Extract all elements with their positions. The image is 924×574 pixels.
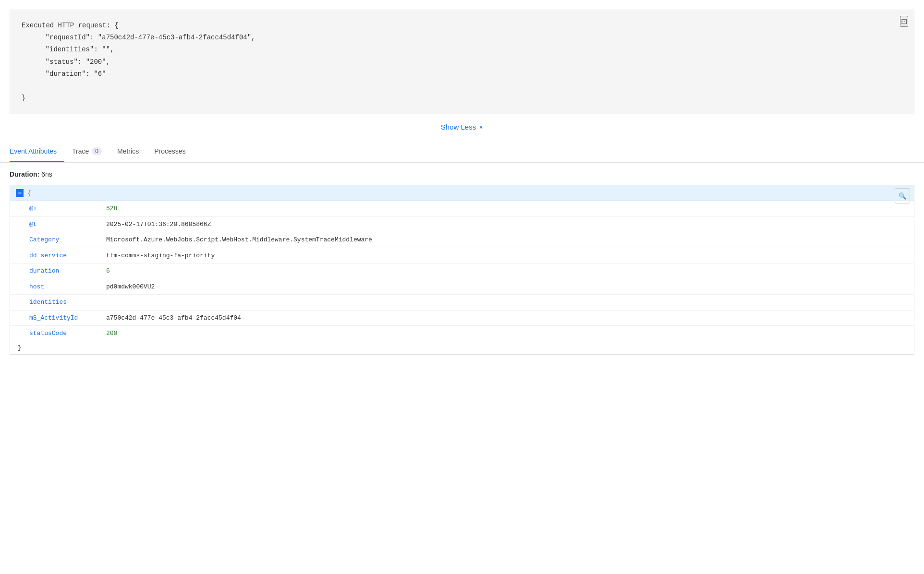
http-value-identities: "", — [102, 46, 114, 53]
tab-trace-label: Trace — [72, 147, 89, 155]
json-value-duration: 6 — [106, 266, 110, 276]
json-value-category: Microsoft.Azure.WebJobs.Script.WebHost.M… — [106, 235, 372, 245]
json-key-ms-activityid: mS_ActivityId — [29, 313, 106, 323]
json-key-duration: duration — [29, 266, 106, 276]
json-key-host: host — [29, 282, 106, 292]
show-less-container: Show Less ∧ — [0, 114, 924, 143]
http-block: Executed HTTP request: { "requestId": "a… — [10, 10, 914, 114]
tab-processes[interactable]: Processes — [146, 143, 193, 162]
http-value-status: "200", — [86, 58, 110, 66]
http-title-suffix: { — [110, 22, 119, 29]
http-line-status: "status": "200", — [22, 56, 902, 68]
http-line-duration: "duration": "6" — [22, 68, 902, 80]
collapse-button[interactable]: − — [16, 189, 24, 197]
json-value-dd-service: ttm-comms-staging-fa-priority — [106, 251, 215, 261]
json-tree-container: − { 🔍 @i 528 @t 2025-02-17T01:36:20.8605… — [10, 185, 914, 355]
tab-metrics-label: Metrics — [117, 147, 139, 155]
tab-event-attributes-label: Event Attributes — [10, 147, 57, 155]
json-row-duration: duration 6 — [10, 263, 914, 279]
json-row-i: @i 528 — [10, 201, 914, 217]
json-rows: @i 528 @t 2025-02-17T01:36:20.8605866Z C… — [10, 201, 914, 341]
json-key-identities: identities — [29, 298, 106, 307]
http-title-keyword: request: — [78, 22, 110, 29]
page-container: Executed HTTP request: { "requestId": "a… — [0, 0, 924, 574]
json-key-i: @i — [29, 204, 106, 214]
json-root-row: − { — [10, 185, 914, 201]
show-less-button[interactable]: Show Less ∧ — [441, 123, 483, 131]
open-brace: { — [27, 190, 31, 197]
search-icon: 🔍 — [899, 192, 907, 200]
tab-metrics[interactable]: Metrics — [109, 143, 146, 162]
http-value-duration: "6" — [94, 70, 106, 78]
json-closing-brace: } — [10, 341, 914, 354]
http-key-duration: "duration": — [22, 70, 94, 78]
json-row-identities: identities — [10, 295, 914, 311]
chevron-up-icon: ∧ — [479, 124, 483, 131]
json-value-i: 528 — [106, 204, 117, 214]
http-line-requestid: "requestId": "a750c42d-477e-45c3-afb4-2f… — [22, 32, 902, 44]
http-line-identities: "identities": "", — [22, 44, 902, 56]
json-row-ms-activityid: mS_ActivityId a750c42d-477e-45c3-afb4-2f… — [10, 311, 914, 326]
tab-trace-badge: 0 — [92, 147, 102, 155]
json-row-host: host pd0mdwk000VU2 — [10, 279, 914, 295]
json-key-dd-service: dd_service — [29, 251, 106, 261]
duration-row: Duration: 6ns — [0, 163, 924, 185]
json-key-t: @t — [29, 220, 106, 229]
json-value-statuscode: 200 — [106, 329, 117, 338]
copy-button[interactable]: ⊡ — [900, 16, 908, 27]
http-title-line: Executed HTTP request: { — [22, 20, 902, 32]
json-value-host: pd0mdwk000VU2 — [106, 282, 155, 292]
json-value-t: 2025-02-17T01:36:20.8605866Z — [106, 220, 211, 229]
json-value-ms-activityid: a750c42d-477e-45c3-afb4-2facc45d4f04 — [106, 313, 241, 323]
tabs-container: Event Attributes Trace 0 Metrics Process… — [0, 143, 924, 163]
http-title-plain: Executed HTTP — [22, 22, 78, 29]
json-row-category: Category Microsoft.Azure.WebJobs.Script.… — [10, 232, 914, 248]
http-value-requestid: "a750c42d-477e-45c3-afb4-2facc45d4f04", — [98, 34, 255, 41]
duration-label: Duration: — [10, 170, 39, 178]
json-row-statuscode: statusCode 200 — [10, 326, 914, 341]
json-row-dd-service: dd_service ttm-comms-staging-fa-priority — [10, 248, 914, 264]
json-key-statuscode: statusCode — [29, 329, 106, 338]
search-button[interactable]: 🔍 — [895, 188, 910, 203]
tab-event-attributes[interactable]: Event Attributes — [10, 143, 64, 162]
json-key-category: Category — [29, 235, 106, 245]
tab-trace[interactable]: Trace 0 — [64, 143, 109, 162]
http-closing-brace: } — [22, 92, 902, 104]
duration-value: 6ns — [41, 170, 52, 178]
http-key-requestid: "requestId": — [22, 34, 98, 41]
http-key-status: "status": — [22, 58, 86, 66]
show-less-label: Show Less — [441, 123, 476, 131]
json-row-t: @t 2025-02-17T01:36:20.8605866Z — [10, 217, 914, 233]
tab-processes-label: Processes — [154, 147, 185, 155]
http-key-identities: "identities": — [22, 46, 102, 53]
